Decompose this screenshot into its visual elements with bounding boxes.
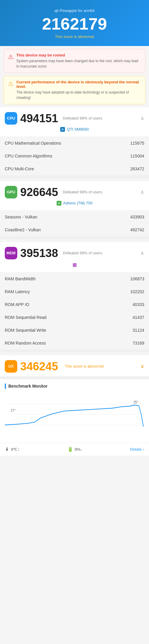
cpu-badge: CPU — [5, 112, 17, 125]
stat-ram-bw-value: 106873 — [130, 276, 144, 281]
chart-svg: 35° 27° — [5, 394, 144, 435]
ux-score-row: UX 346245 This score is abnormal ∨ — [5, 360, 144, 373]
benchmark-chart: 35° 27° — [5, 394, 144, 435]
gpu-chip-dot-icon: ⊞ — [57, 201, 61, 206]
benchmark-title: Benchmark Monitor — [5, 383, 144, 389]
stat-rom-appio-label: ROM APP IO — [5, 302, 29, 307]
ux-score: 346245 — [20, 361, 58, 372]
divider-2 — [0, 236, 149, 239]
stat-rom-random-value: 73169 — [133, 341, 144, 345]
stat-cpu-algo: CPU Common Algorithms 115004 — [0, 149, 149, 162]
warning-red-text: System parameters may have been changed … — [16, 58, 141, 69]
stat-rom-seqwrite: ROM Sequential Write 31124 — [0, 324, 149, 336]
warning-red-icon: ⚠ — [8, 53, 13, 60]
footer: 🌡 8℃↑ 🔋 8%↓ Details › — [0, 443, 149, 456]
gpu-score-row: GPU 926645 Defeated 99% of users ∧ — [5, 186, 144, 198]
stat-rom-random-label: ROM Random Access — [5, 341, 46, 345]
stat-ram-bw-label: RAM BandWidth — [5, 276, 35, 281]
header-subtitle: qti Pineapple for arm64 — [6, 8, 143, 13]
details-label: Details — [130, 447, 142, 452]
warning-yellow-icon: ⚠ — [8, 80, 13, 87]
stat-gpu-seasons-value: 433903 — [130, 215, 144, 219]
footer-temp-value: 8℃↑ — [11, 447, 20, 452]
benchmark-section: Benchmark Monitor 35° 27° — [0, 379, 149, 443]
stat-cpu-math-label: CPU Mathematical Operations — [5, 141, 61, 146]
stat-cpu-math-value: 115675 — [130, 141, 144, 146]
stat-rom-seqwrite-label: ROM Sequential Write — [5, 328, 46, 333]
svg-text:27°: 27° — [11, 408, 16, 412]
mem-defeated: Defeated 99% of users — [63, 251, 137, 255]
thermometer-icon: 🌡 — [5, 446, 10, 452]
warning-red-title: This device may be rooted — [16, 53, 141, 57]
gpu-chevron-icon[interactable]: ∧ — [140, 189, 144, 195]
ux-badge: UX — [5, 360, 17, 373]
stat-ram-latency-label: RAM Latency — [5, 289, 30, 294]
header-section: qti Pineapple for arm64 2162179 This sco… — [0, 0, 149, 46]
divider-1 — [0, 175, 149, 178]
divider-4 — [0, 376, 149, 379]
stat-ram-bw: RAM BandWidth 106873 — [0, 272, 149, 285]
cpu-stats-list: CPU Mathematical Operations 115675 CPU C… — [0, 137, 149, 175]
mem-chip-label: ▦ — [5, 262, 144, 267]
gpu-defeated: Defeated 99% of users — [63, 190, 137, 194]
footer-temp: 🌡 8℃↑ — [5, 446, 20, 452]
stat-gpu-coastline-label: Coastline2 - Vulkan — [5, 227, 41, 232]
stat-cpu-multi-value: 263472 — [130, 166, 144, 171]
mem-chip-icon: ▦ — [72, 262, 77, 267]
mem-stats-list: RAM BandWidth 106873 RAM Latency 102202 … — [0, 272, 149, 349]
stat-rom-seqread-value: 41437 — [133, 315, 144, 320]
gpu-section: GPU 926645 Defeated 99% of users ∧ ⊞ Adr… — [0, 181, 149, 210]
benchmark-bar-icon — [5, 383, 6, 389]
cpu-score-row: CPU 494151 Defeated 99% of users ∧ — [5, 112, 144, 125]
gpu-stats-list: Seasons - Vulkan 433903 Coastline2 - Vul… — [0, 210, 149, 236]
stat-rom-appio-value: 40333 — [133, 302, 144, 307]
cpu-defeated: Defeated 99% of users — [63, 116, 137, 120]
footer-battery: 🔋 8%↓ — [67, 446, 82, 452]
cpu-chip-dot-icon: ⊞ — [60, 127, 65, 132]
divider-3 — [0, 349, 149, 352]
stat-rom-seqread: ROM Sequential Read 41437 — [0, 311, 149, 324]
stat-gpu-coastline-value: 492742 — [130, 227, 144, 232]
header-abnormal-text: This score is abnormal — [6, 34, 143, 39]
ux-chevron-icon[interactable]: ∨ — [140, 363, 144, 370]
mem-chevron-icon[interactable]: ∧ — [140, 250, 144, 256]
gpu-chip-label: ⊞ Adreno (TM) 750 — [5, 201, 144, 206]
stat-cpu-multi-label: CPU Multi-Core — [5, 166, 34, 171]
cpu-chevron-icon[interactable]: ∧ — [140, 115, 144, 122]
gpu-badge: GPU — [5, 186, 17, 198]
footer-battery-value: 8%↓ — [75, 447, 82, 452]
stat-rom-seqwrite-value: 31124 — [133, 328, 144, 333]
stat-cpu-math: CPU Mathematical Operations 115675 — [0, 137, 149, 149]
warning-yellow-text: The device may have adopted up-to-date t… — [16, 90, 141, 100]
cpu-chip-label: ⊞ QTI SM8650 — [5, 127, 144, 132]
battery-icon: 🔋 — [67, 446, 73, 452]
stat-rom-appio: ROM APP IO 40333 — [0, 298, 149, 311]
stat-gpu-seasons-label: Seasons - Vulkan — [5, 215, 37, 219]
header-score: 2162179 — [6, 15, 143, 33]
stat-ram-latency: RAM Latency 102202 — [0, 285, 149, 298]
stat-rom-random: ROM Random Access 73169 — [0, 336, 149, 349]
warning-yellow-title: Current performance of the device is obv… — [16, 80, 141, 89]
mem-section: MEM 395138 Defeated 99% of users ∧ ▦ — [0, 242, 149, 272]
mem-score: 395138 — [20, 247, 58, 259]
details-button[interactable]: Details › — [130, 447, 144, 452]
gpu-score: 926645 — [20, 186, 58, 198]
stat-ram-latency-value: 102202 — [130, 289, 144, 294]
stat-cpu-algo-value: 115004 — [130, 154, 144, 158]
stat-gpu-coastline: Coastline2 - Vulkan 492742 — [0, 223, 149, 236]
mem-badge: MEM — [5, 247, 17, 259]
svg-text:35°: 35° — [134, 400, 139, 404]
ux-abnormal-text: This score is abnormal — [63, 364, 137, 368]
warning-rooted: ⚠ This device may be rooted System param… — [4, 49, 145, 73]
cpu-section: CPU 494151 Defeated 99% of users ∧ ⊞ QTI… — [0, 107, 149, 137]
mem-score-row: MEM 395138 Defeated 99% of users ∧ — [5, 247, 144, 259]
stat-cpu-algo-label: CPU Common Algorithms — [5, 154, 52, 158]
details-arrow-icon: › — [143, 447, 144, 452]
cpu-score: 494151 — [20, 113, 58, 124]
warning-performance: ⚠ Current performance of the device is o… — [4, 76, 145, 104]
stat-gpu-seasons: Seasons - Vulkan 433903 — [0, 210, 149, 223]
stat-cpu-multi: CPU Multi-Core 263472 — [0, 162, 149, 175]
ux-section: UX 346245 This score is abnormal ∨ — [0, 355, 149, 376]
stat-rom-seqread-label: ROM Sequential Read — [5, 315, 46, 320]
